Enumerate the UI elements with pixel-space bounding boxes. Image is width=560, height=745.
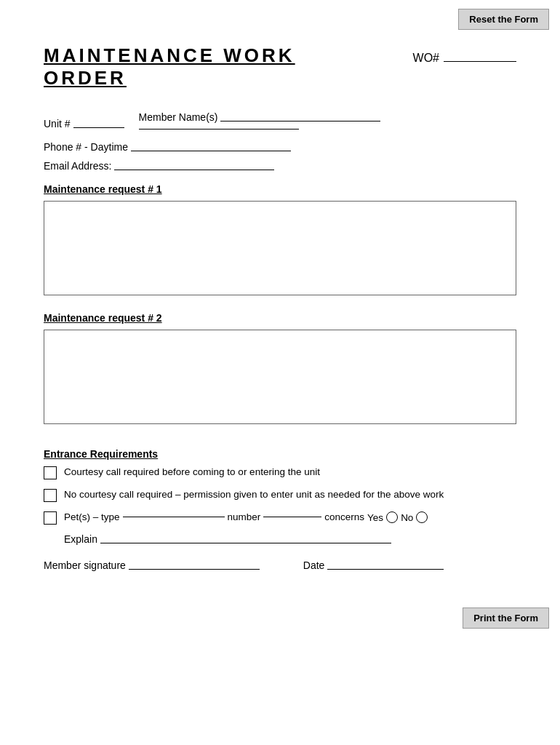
date-line (327, 569, 444, 570)
wo-label: WO# (413, 52, 439, 65)
radio-yes[interactable] (386, 511, 398, 523)
entrance-section: Entrance Requirements Courtesy call requ… (44, 448, 516, 545)
request2-heading: Maintenance request # 2 (44, 312, 516, 324)
checkbox-item-1: Courtesy call required before coming to … (44, 466, 516, 479)
radio-no[interactable] (416, 511, 428, 523)
member-name-group: Member Name(s) (139, 111, 381, 130)
reset-button[interactable]: Reset the Form (458, 9, 549, 30)
explain-line (100, 543, 391, 543)
email-row: Email Address: (44, 160, 516, 172)
print-button[interactable]: Print the Form (463, 607, 549, 629)
request1-textarea[interactable] (44, 201, 516, 295)
checkbox-item-3: Pet(s) – type number concerns Yes No (44, 511, 516, 525)
pets-no-label: No (401, 512, 413, 523)
form-body: MAINTENANCE WORK ORDER WO# Unit # Member… (0, 30, 560, 586)
form-title: MAINTENANCE WORK ORDER (44, 44, 384, 89)
unit-label: Unit # (44, 118, 71, 130)
entrance-heading: Entrance Requirements (44, 448, 516, 460)
request2-textarea[interactable] (44, 330, 516, 424)
member-sig-group: Member signature (44, 559, 260, 571)
phone-row: Phone # - Daytime (44, 141, 516, 153)
member-name-line1 (220, 121, 380, 121)
unit-input-line (73, 127, 124, 128)
checkbox-item-2: No courtesy call required – permission g… (44, 488, 516, 502)
pets-concerns-label: concerns (324, 511, 364, 525)
title-row: MAINTENANCE WORK ORDER WO# (44, 44, 516, 89)
checkbox-1-text: Courtesy call required before coming to … (64, 466, 320, 479)
member-sig-label: Member signature (44, 559, 126, 571)
pets-row: Pet(s) – type number concerns Yes No (64, 511, 428, 525)
member-name-line2 (139, 129, 299, 130)
checkbox-3[interactable] (44, 511, 57, 525)
reset-button-container: Reset the Form (0, 0, 560, 30)
member-name-top: Member Name(s) (139, 111, 381, 123)
signature-row: Member signature Date (44, 559, 516, 571)
wo-line (444, 61, 516, 62)
pets-yes-label: Yes (367, 512, 383, 523)
explain-row: Explain (64, 533, 516, 545)
member-sig-line (129, 569, 260, 570)
phone-line (131, 151, 291, 151)
pets-prefix: Pet(s) – type (64, 511, 120, 525)
print-button-container: Print the Form (0, 586, 560, 637)
email-line (114, 170, 274, 170)
pets-type-line (123, 517, 225, 517)
checkbox-2[interactable] (44, 489, 57, 502)
explain-label: Explain (64, 533, 97, 545)
wo-field: WO# (413, 52, 516, 65)
phone-label: Phone # - Daytime (44, 141, 128, 153)
pets-number-label: number (228, 511, 261, 525)
checkbox-2-text: No courtesy call required – permission g… (64, 488, 444, 502)
request1-heading: Maintenance request # 1 (44, 183, 516, 195)
date-label: Date (303, 559, 325, 571)
checkbox-1[interactable] (44, 466, 57, 479)
pets-number-line (263, 517, 321, 517)
email-label: Email Address: (44, 160, 111, 172)
unit-group: Unit # (44, 118, 124, 130)
member-name-label: Member Name(s) (139, 111, 218, 123)
date-group: Date (303, 559, 444, 571)
unit-member-row: Unit # Member Name(s) (44, 111, 516, 130)
